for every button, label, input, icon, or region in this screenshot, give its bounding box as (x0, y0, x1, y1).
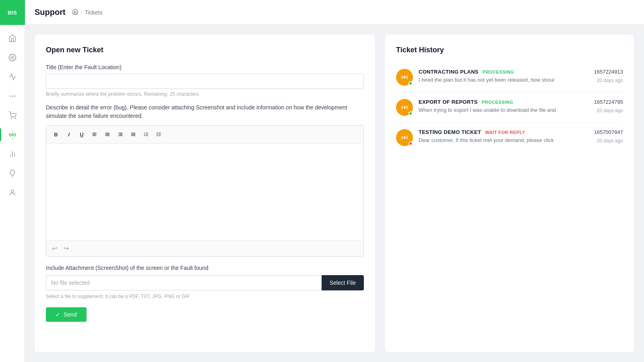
ticket-avatar (396, 129, 413, 146)
attachment-row: No file selected Select File (46, 275, 364, 290)
sidebar-item-cart[interactable] (0, 106, 25, 125)
editor-toolbar: B I U (46, 125, 363, 144)
ticket-meta: 1657007847 20 days ago (594, 129, 623, 144)
ticket-status-badge: PROCESSING (482, 100, 513, 105)
select-file-button[interactable]: Select File (322, 275, 364, 290)
breadcrumb: › Tickets (72, 8, 103, 16)
description-label: Describe in detail the error (bug). Plea… (46, 103, 364, 120)
open-ticket-panel: Open new Ticket Title (Enter the Fault L… (35, 35, 375, 352)
open-ticket-title: Open new Ticket (46, 46, 364, 54)
bold-button[interactable]: B (50, 129, 62, 140)
attachment-label: Include Attachment (ScreenShot) of the s… (46, 265, 364, 271)
svg-point-5 (14, 118, 15, 119)
sidebar-item-home[interactable] (0, 29, 25, 48)
breadcrumb-chevron-icon: › (81, 10, 83, 15)
ticket-meta: 1657224795 20 days ago (594, 99, 623, 114)
editor-footer: ↩ ↪ (46, 240, 363, 256)
ticket-status-dot (409, 81, 413, 85)
sidebar-item-settings[interactable] (0, 48, 25, 67)
svg-point-6 (11, 134, 13, 136)
ticket-status-dot (409, 142, 413, 146)
title-input[interactable] (46, 74, 364, 89)
svg-point-3 (14, 95, 15, 97)
ticket-name: EXPORT OF REPORTS (419, 99, 478, 105)
sidebar-item-ideas[interactable] (0, 164, 25, 183)
align-justify-button[interactable] (128, 129, 139, 140)
svg-point-36 (403, 76, 406, 78)
svg-point-0 (11, 57, 13, 59)
sidebar-item-support[interactable] (0, 125, 25, 144)
ticket-name: CONTRACTING PLANS (419, 69, 479, 75)
rich-text-editor: B I U (46, 125, 364, 257)
ticket-preview: Dear customer, If this ticket met your d… (419, 137, 588, 144)
breadcrumb-home-icon[interactable] (72, 8, 78, 16)
undo-button[interactable]: ↩ (50, 244, 59, 253)
send-button[interactable]: ✓ Send (46, 307, 87, 322)
svg-point-2 (12, 95, 13, 97)
ticket-item[interactable]: TESTING DEMO TICKET WAIT FOR REPLY Dear … (396, 123, 623, 152)
main-content: Support › Tickets Open new Ticket Title … (25, 0, 644, 362)
align-right-button[interactable] (115, 129, 126, 140)
ticket-content: CONTRACTING PLANS PROCESSING I hired the… (419, 69, 588, 84)
list-unordered-button[interactable] (153, 129, 165, 140)
underline-button[interactable]: U (76, 129, 87, 140)
svg-point-10 (11, 190, 14, 193)
breadcrumb-current: Tickets (85, 9, 103, 16)
content-area: Open new Ticket Title (Enter the Fault L… (25, 25, 644, 362)
title-field-label: Title (Enter the Fault Location) (46, 64, 364, 70)
attachment-hint: Select a file to supplement. It can be a… (46, 294, 364, 299)
ticket-header-row: TESTING DEMO TICKET WAIT FOR REPLY (419, 129, 588, 135)
ticket-avatar (396, 69, 413, 86)
file-display: No file selected (46, 275, 322, 290)
ticket-time: 20 days ago (597, 78, 623, 83)
ticket-status-badge: PROCESSING (483, 70, 514, 74)
editor-body[interactable] (46, 144, 363, 240)
ticket-id: 1657224795 (594, 99, 623, 105)
ticket-name: TESTING DEMO TICKET (419, 129, 481, 135)
ticket-list: CONTRACTING PLANS PROCESSING I hired the… (396, 62, 623, 152)
sidebar: BIS (0, 0, 25, 362)
ticket-content: EXPORT OF REPORTS PROCESSING When trying… (419, 99, 588, 114)
ticket-history-title: Ticket History (396, 46, 623, 54)
svg-point-1 (9, 95, 10, 97)
sidebar-item-users[interactable] (0, 183, 25, 202)
ticket-header-row: EXPORT OF REPORTS PROCESSING (419, 99, 588, 105)
align-center-button[interactable] (102, 129, 113, 140)
ticket-item[interactable]: CONTRACTING PLANS PROCESSING I hired the… (396, 62, 623, 93)
page-title: Support (35, 8, 66, 17)
ticket-preview: When trying to export I was unable to do… (419, 107, 588, 114)
sidebar-item-more[interactable] (0, 86, 25, 106)
header: Support › Tickets (25, 0, 644, 25)
ticket-preview: I hired the plan but it has not yet been… (419, 76, 588, 84)
app-logo: BIS (0, 0, 25, 25)
ticket-time: 20 days ago (597, 138, 623, 144)
sidebar-divider (4, 27, 21, 27)
svg-point-38 (403, 136, 406, 139)
ticket-time: 20 days ago (597, 108, 623, 113)
list-ordered-button[interactable] (140, 129, 152, 140)
ticket-content: TESTING DEMO TICKET WAIT FOR REPLY Dear … (419, 129, 588, 144)
send-label: Send (64, 311, 77, 318)
ticket-id: 1657224913 (594, 69, 623, 75)
ticket-item[interactable]: EXPORT OF REPORTS PROCESSING When trying… (396, 93, 623, 123)
sidebar-item-announcements[interactable] (0, 67, 25, 86)
ticket-history-panel: Ticket History CONTRACTING PLANS PROCESS… (385, 35, 634, 352)
send-check-icon: ✓ (56, 311, 60, 318)
italic-button[interactable]: I (63, 129, 74, 140)
svg-point-34 (157, 134, 157, 134)
svg-point-33 (157, 133, 157, 133)
ticket-meta: 1657224913 20 days ago (594, 69, 623, 84)
redo-button[interactable]: ↪ (62, 244, 70, 253)
svg-point-37 (403, 106, 406, 109)
ticket-header-row: CONTRACTING PLANS PROCESSING (419, 69, 588, 75)
sidebar-item-analytics[interactable] (0, 144, 25, 164)
svg-point-35 (157, 136, 157, 136)
ticket-id: 1657007847 (594, 129, 623, 135)
svg-point-4 (11, 118, 12, 119)
ticket-status-dot (409, 111, 413, 115)
title-hint: Briefly summarize where the problem occu… (46, 91, 364, 97)
ticket-status-badge: WAIT FOR REPLY (485, 130, 525, 135)
align-left-button[interactable] (89, 129, 100, 140)
ticket-avatar (396, 99, 413, 116)
